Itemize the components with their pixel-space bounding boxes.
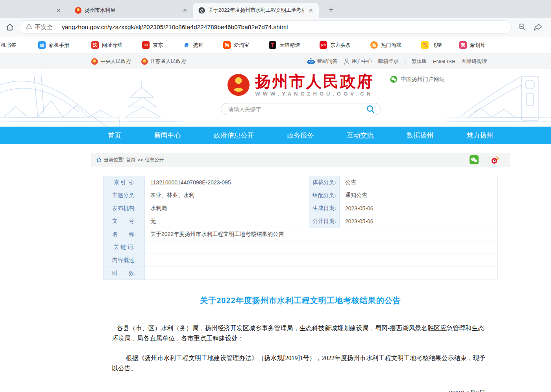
bookmark-item[interactable]: 东方 东方头条 [314,37,357,53]
meta-value [145,267,498,280]
accessibility-link[interactable]: 无障碍阅读 [461,58,487,65]
zoom-out-icon[interactable] [517,22,527,32]
bookmark-item[interactable]: 聚 聚划算 [453,37,491,53]
article-title: 关于2022年度扬州市水利工程文明工地考核结果的公告 [91,295,510,306]
bookmark-item[interactable]: 机书签 [0,37,22,53]
table-row: 索 引 号: 11321000014407098E-2023-095 体裁分类:… [104,176,497,189]
bookmark-item[interactable]: 热 热门游戏 [364,37,407,53]
meta-value: 关于2022年度扬州市水利工程文明工地考核结果的公告 [145,228,498,241]
search-icon[interactable] [366,105,375,114]
share-icon[interactable] [533,22,543,32]
browser-tab-active[interactable]: 关于2022年度扬州市水利工程文明工地考核结果的公告 × [193,3,319,18]
site-logo[interactable]: 扬州市人民政府 WWW.YANGZHOU.GOV.CN [227,73,374,97]
nav-item-charm[interactable]: 魅力扬州 [466,131,493,140]
nav-item-news[interactable]: 新闻中心 [154,131,181,140]
tab-close-icon[interactable]: × [307,6,315,15]
tab-title: 扬州市水利局 [85,7,178,14]
gov-emblem-favicon [75,7,81,14]
bookmark-item[interactable]: ▤ 新机手册 [32,37,75,53]
new-tab-button[interactable]: + [325,4,337,16]
site-favicon [198,7,205,14]
portal-site-link[interactable]: 中国扬州门户网站 [390,75,445,83]
wechat-share-icon[interactable] [470,155,479,164]
meta-value [145,254,498,267]
browser-tab-strip: × 扬州市水利局 × 关于2022年度扬州市水利工程文明工地考核结果的公告 × … [0,0,551,18]
meta-value: 11321000014407098E-2023-095 [145,176,309,189]
main-navigation: 首页 新闻中心 政府信息公开 政务服务 互动交流 数据扬州 魅力扬州 [0,127,551,144]
breadcrumb-prefix: 当前位置: [104,156,124,163]
site-url-text: WWW.YANGZHOU.GOV.CN [255,91,374,97]
tab-title: 关于2022年度扬州市水利工程文明工地考核结果的公告 [208,7,304,14]
bookmark-item[interactable]: T 天猫精选 [263,37,306,53]
meta-value [145,241,498,254]
tab-close-icon[interactable]: × [55,6,63,15]
nav-item-services[interactable]: 政务服务 [287,131,314,140]
table-row: 名 称: 关于2022年度扬州市水利工程文明工地考核结果的公告 [104,228,497,241]
meta-label: 名 称: [104,228,145,241]
gov-emblem-icon [141,58,148,65]
address-divider [57,23,57,31]
nav-item-info-disclosure[interactable]: 政府信息公开 [214,131,254,140]
english-version-link[interactable]: ENGLISH [433,59,455,64]
meta-label: 索 引 号: [104,176,145,189]
bookmark-favicon: 淘 [223,41,231,49]
bookmark-item[interactable]: 飞 飞猪 [415,37,448,53]
meta-label: 体裁分类: [309,176,340,189]
nav-item-home[interactable]: 首页 [108,131,121,140]
meta-value: 水利局 [145,202,309,215]
browser-tab-1[interactable]: × [0,3,69,18]
meta-value: 通知公告 [340,189,498,202]
home-icon[interactable] [5,22,15,32]
weibo-share-icon[interactable] [490,155,499,164]
url-text[interactable]: yangzhou.gov.cn/yzszxxgk/slj/202305/210c… [62,24,288,31]
browser-toolbar: 不安全 yangzhou.gov.cn/yzszxxgk/slj/202305/… [0,18,551,37]
bookmark-item[interactable]: 汉 网址导航 [85,37,128,53]
divider: | [405,59,406,64]
robot-icon [307,57,315,65]
bookmark-item[interactable]: JD 京东 [136,37,169,53]
smart-qa-link[interactable]: 智能问答 [307,57,338,65]
meta-value: 2023-05-06 [340,202,498,215]
user-center-link[interactable]: 用户中心 [344,58,372,65]
gov-top-bar: 中央人民政府 江苏省人民政府 智能问答 用户中心 邮箱登录 | 繁体版 ENGL… [0,54,551,69]
meta-label: 发布机构: [104,202,145,215]
table-row: 发布机构: 水利局 生成日期: 2023-05-06 [104,202,497,215]
meta-label: 主题分类: [104,189,145,202]
bookmark-favicon: 热 [370,41,378,49]
nav-item-data[interactable]: 数据扬州 [407,131,433,140]
article-body: 关于2022年度扬州市水利工程文明工地考核结果的公告 各县（市、区）水利（务）局… [91,295,510,392]
central-gov-link[interactable]: 中央人民政府 [91,58,131,65]
not-secure-warning-icon [26,23,32,31]
traditional-version-link[interactable]: 繁体版 [412,58,427,65]
meta-value: 2023-05-06 [340,215,498,228]
bookmark-favicon: 聚 [459,41,467,49]
mail-login-link[interactable]: 邮箱登录 [378,58,399,65]
bookmark-favicon: T [269,41,276,49]
bookmark-item[interactable]: 携 携程 [177,37,209,53]
meta-value: 无 [145,215,309,228]
table-row: 时 效: [104,267,497,280]
breadcrumb-current[interactable]: 信息公开 [145,156,164,163]
nav-item-interaction[interactable]: 互动交流 [347,131,373,140]
site-search-box[interactable] [221,103,381,115]
meta-label: 公开日期: [309,215,340,228]
meta-label: 内容概述: [104,254,145,267]
article-paragraph: 根据《扬州市水利工程文明工地建设管理办法》（扬水规[2019]1号），2022年… [112,353,486,374]
breadcrumb-home-link[interactable]: 首页 [126,156,135,163]
tab-close-icon[interactable]: × [181,6,189,15]
search-input[interactable] [227,106,366,113]
address-bar[interactable]: 不安全 yangzhou.gov.cn/yzszxxgk/slj/202305/… [20,20,512,34]
site-title: 扬州市人民政府 [255,73,374,90]
jiangsu-gov-link[interactable]: 江苏省人民政府 [141,58,186,65]
bookmark-favicon: JD [142,41,150,49]
home-icon [96,157,102,162]
wechat-portal-icon [390,75,398,83]
browser-tab-2[interactable]: 扬州市水利局 × [69,3,193,18]
bookmark-favicon: 东方 [320,41,327,49]
bookmark-favicon: ▤ [38,41,46,49]
breadcrumb: 当前位置: 首页 >> 信息公开 [91,153,510,167]
gov-emblem-icon [91,58,98,65]
article-paragraph: 各县（市、区）水利（务）局，扬州经济开发区城乡事务管理局，生态科技新城规划建设局… [112,323,486,344]
meta-label: 关 键 词: [104,241,145,254]
bookmark-item[interactable]: 淘 爱淘宝 [217,37,255,53]
